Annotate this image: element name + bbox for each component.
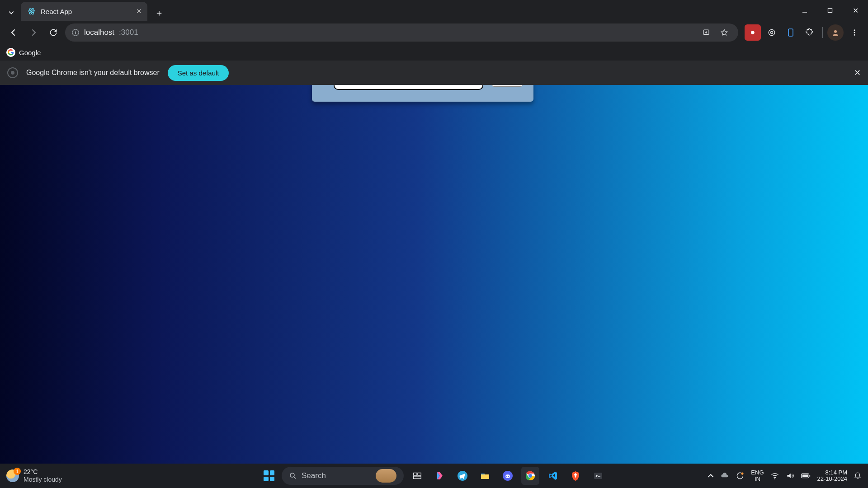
extension-icon[interactable] [783,24,799,41]
infobar-text: Google Chrome isn't your default browser [26,69,160,77]
site-info-icon[interactable] [71,28,80,37]
svg-point-13 [834,30,837,33]
extensions-puzzle-icon[interactable] [802,24,818,41]
svg-point-16 [854,34,855,36]
task-app-copilot[interactable] [431,467,449,485]
weather-badge: 1 [14,468,21,475]
weather-desc: Mostly cloudy [24,476,62,483]
new-tab-button[interactable]: ＋ [151,5,167,21]
chrome-menu-icon[interactable] [846,24,863,41]
task-app-explorer[interactable] [476,467,494,485]
tab-title: React App [41,8,132,15]
battery-icon[interactable] [801,473,811,479]
task-app-taskview[interactable] [408,467,426,485]
tab-search-dropdown[interactable] [5,5,18,21]
svg-point-15 [854,32,855,33]
bookmark-label: Google [19,49,41,56]
svg-point-28 [741,473,744,475]
minimize-button[interactable] [792,0,817,21]
maximize-button[interactable] [817,0,843,21]
svg-rect-7 [75,31,76,32]
clock[interactable]: 8:14 PM 22-10-2024 [817,469,848,483]
volume-icon[interactable] [786,471,795,480]
task-app-vscode[interactable] [544,467,562,485]
svg-rect-31 [802,474,808,477]
task-app-discord[interactable] [499,467,517,485]
svg-point-10 [769,29,774,35]
weather-widget[interactable]: 1 22°C Mostly cloudy [6,468,62,483]
taskbar-search[interactable]: Search [282,467,404,485]
svg-rect-4 [828,9,832,13]
svg-point-23 [506,476,507,477]
system-tray: ENG IN 8:14 PM 22-10-2024 [708,469,862,483]
svg-point-9 [751,31,755,34]
language-indicator[interactable]: ENG IN [751,469,764,483]
svg-point-0 [31,11,33,12]
url-port: :3001 [119,28,138,37]
set-default-button[interactable]: Set as default [168,65,229,81]
svg-point-26 [528,474,532,478]
svg-point-14 [854,29,855,31]
google-icon [6,48,15,57]
start-button[interactable] [261,468,277,484]
tab-strip: React App ✕ ＋ ✕ [0,0,868,21]
browser-chrome: React App ✕ ＋ ✕ localhost:300 [0,0,868,85]
svg-rect-6 [75,32,76,34]
search-icon [289,472,297,480]
taskbar-center: Search [261,467,607,485]
browser-tab[interactable]: React App ✕ [21,2,147,21]
weather-temp: 22°C [24,468,62,476]
window-controls: ✕ [792,0,868,21]
close-window-button[interactable]: ✕ [843,0,868,21]
chrome-outline-icon [7,67,18,78]
svg-point-29 [774,479,775,479]
url-bar[interactable]: localhost:3001 [65,23,738,42]
reload-button[interactable] [45,24,61,41]
extension-icon[interactable] [745,24,761,41]
url-host: localhost [84,28,114,37]
task-app-telegram[interactable] [453,467,472,485]
svg-point-17 [290,473,294,477]
bookmark-google[interactable]: Google [6,48,41,57]
windows-taskbar: 1 22°C Mostly cloudy Search [0,464,868,488]
close-tab-icon[interactable]: ✕ [136,7,142,15]
toolbar: localhost:3001 [0,21,868,44]
svg-rect-32 [809,475,810,477]
install-app-icon[interactable] [698,25,714,40]
back-button[interactable] [5,24,22,41]
svg-rect-12 [788,29,793,36]
wifi-icon[interactable] [770,471,779,480]
task-app-chrome[interactable] [521,467,539,485]
svg-rect-19 [418,473,421,476]
close-infobar-icon[interactable]: ✕ [854,68,861,78]
svg-point-11 [771,32,773,34]
svg-rect-18 [414,473,417,476]
onedrive-icon[interactable] [720,471,729,480]
notifications-icon[interactable] [854,471,862,480]
weather-icon: 1 [6,469,19,482]
search-placeholder: Search [302,471,326,480]
separator [822,27,823,38]
default-browser-infobar: Google Chrome isn't your default browser… [0,61,868,85]
bookmarks-bar: Google [0,44,868,61]
windows-update-icon[interactable] [736,471,745,480]
svg-rect-27 [594,473,602,479]
search-companion-icon [376,469,396,483]
task-app-terminal[interactable] [589,467,607,485]
extension-icon[interactable] [764,24,780,41]
svg-point-24 [508,476,509,477]
bookmark-star-icon[interactable] [717,25,732,40]
forward-button[interactable] [25,24,42,41]
extension-icons [745,24,863,41]
task-app-brave[interactable] [566,467,585,485]
profile-avatar[interactable] [827,24,844,41]
svg-rect-20 [414,476,421,479]
react-icon [27,7,36,16]
tray-chevron-icon[interactable] [708,473,714,479]
